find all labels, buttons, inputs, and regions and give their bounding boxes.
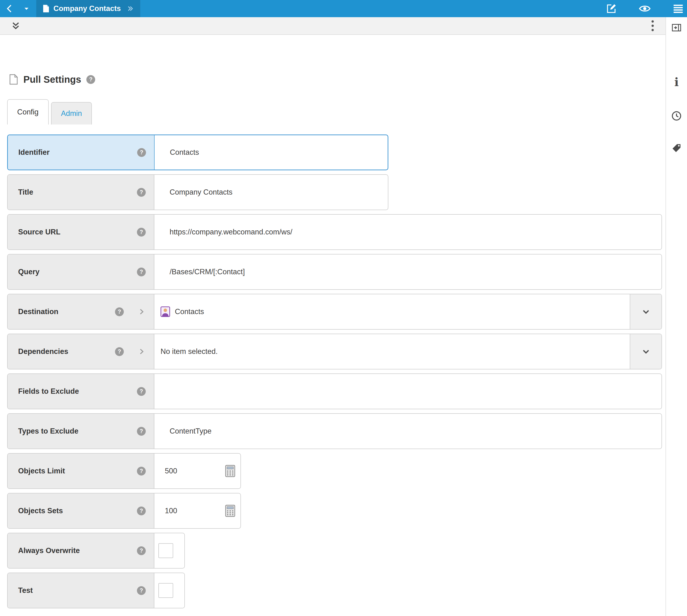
help-icon[interactable]: ?	[137, 427, 146, 436]
tag-icon[interactable]	[671, 143, 682, 153]
info-icon[interactable]: i	[674, 76, 679, 88]
objects-limit-input[interactable]: 500	[154, 454, 241, 488]
destination-label-cell: Destination ?	[8, 294, 154, 329]
source-url-label-cell: Source URL ?	[8, 215, 154, 249]
always-overwrite-checkbox[interactable]	[158, 543, 173, 558]
dependencies-label-cell: Dependencies ?	[8, 334, 154, 369]
top-bar: Company Contacts	[0, 0, 687, 17]
types-to-exclude-value: ContentType	[170, 427, 212, 436]
objects-sets-label-cell: Objects Sets ?	[8, 493, 154, 528]
fields-to-exclude-label: Fields to Exclude	[18, 387, 132, 396]
form-row-types-to-exclude: Types to Exclude ? ContentType	[7, 413, 662, 449]
title-label: Title	[18, 188, 132, 197]
page-header: Pull Settings ?	[9, 74, 666, 85]
dependencies-picker[interactable]: No item selected.	[154, 334, 630, 369]
form-row-test: Test ?	[7, 573, 185, 608]
source-url-input[interactable]: https://company.webcomand.com/ws/	[154, 215, 662, 249]
expand-reference-icon[interactable]	[137, 307, 146, 316]
help-icon[interactable]: ?	[137, 507, 146, 515]
always-overwrite-label: Always Overwrite	[18, 546, 132, 555]
topbar-actions	[606, 3, 687, 15]
calculator-icon[interactable]	[224, 504, 237, 517]
page-icon	[9, 74, 18, 85]
edit-icon[interactable]	[606, 3, 617, 14]
source-url-label: Source URL	[18, 228, 132, 236]
types-to-exclude-input[interactable]: ContentType	[154, 414, 662, 448]
form-row-dependencies: Dependencies ? No item selected.	[7, 334, 662, 369]
caret-down-icon	[23, 5, 30, 12]
help-icon[interactable]: ?	[86, 75, 95, 84]
history-dropdown-button[interactable]	[19, 0, 34, 17]
chevron-left-icon	[5, 4, 14, 13]
form-row-source-url: Source URL ? https://company.webcomand.c…	[7, 214, 662, 250]
dependencies-dropdown-button[interactable]	[630, 334, 662, 369]
more-options-icon[interactable]	[651, 20, 654, 31]
objects-sets-label: Objects Sets	[18, 507, 132, 515]
destination-value: Contacts	[175, 307, 204, 316]
page-title: Pull Settings	[23, 74, 81, 85]
collapse-all-icon[interactable]	[11, 21, 21, 30]
expand-reference-icon[interactable]	[137, 347, 146, 356]
test-label: Test	[18, 586, 132, 595]
title-label-cell: Title ?	[8, 175, 154, 210]
back-button[interactable]	[0, 0, 19, 17]
always-overwrite-label-cell: Always Overwrite ?	[8, 533, 154, 568]
types-to-exclude-label: Types to Exclude	[18, 427, 132, 436]
source-url-value: https://company.webcomand.com/ws/	[170, 228, 293, 236]
destination-picker[interactable]: Contacts	[154, 294, 630, 329]
help-icon[interactable]: ?	[137, 188, 146, 197]
tab-admin[interactable]: Admin	[51, 102, 92, 125]
form-row-fields-to-exclude: Fields to Exclude ?	[7, 373, 662, 409]
history-clock-icon[interactable]	[671, 111, 682, 121]
title-value: Company Contacts	[170, 188, 233, 197]
document-title: Company Contacts	[53, 4, 121, 13]
form-row-always-overwrite: Always Overwrite ?	[7, 533, 185, 569]
fields-to-exclude-label-cell: Fields to Exclude ?	[8, 374, 154, 409]
types-to-exclude-label-cell: Types to Exclude ?	[8, 414, 154, 448]
panel-toggle-icon[interactable]	[671, 22, 682, 33]
title-input[interactable]: Company Contacts	[154, 175, 388, 210]
identifier-input[interactable]: Contacts	[155, 135, 388, 170]
tab-bar: Config Admin	[7, 99, 666, 125]
help-icon[interactable]: ?	[137, 467, 146, 476]
help-icon[interactable]: ?	[137, 586, 146, 595]
chevron-down-icon	[641, 347, 651, 356]
help-icon[interactable]: ?	[115, 307, 124, 316]
chevrons-right-icon[interactable]	[126, 4, 134, 13]
identifier-value: Contacts	[170, 148, 199, 157]
destination-dropdown-button[interactable]	[630, 294, 662, 329]
document-icon	[42, 4, 50, 13]
help-icon[interactable]: ?	[137, 387, 146, 396]
form-row-identifier: Identifier ? Contacts	[7, 134, 388, 170]
chevron-down-icon	[641, 307, 651, 316]
test-input	[154, 573, 185, 608]
calculator-icon[interactable]	[224, 465, 237, 478]
identifier-label: Identifier	[18, 148, 132, 157]
contact-type-icon	[160, 306, 170, 317]
help-icon[interactable]: ?	[137, 228, 146, 237]
content-toolbar	[0, 17, 666, 35]
tab-config[interactable]: Config	[7, 99, 49, 125]
help-icon[interactable]: ?	[137, 546, 146, 555]
menu-icon[interactable]	[673, 3, 684, 14]
main-content: Pull Settings ? Config Admin Identifier …	[0, 35, 666, 616]
query-label: Query	[18, 268, 132, 276]
dependencies-label: Dependencies	[18, 347, 110, 356]
objects-sets-value: 100	[165, 507, 224, 515]
help-icon[interactable]: ?	[137, 268, 146, 277]
form-row-destination: Destination ? Contacts	[7, 294, 662, 330]
eye-icon[interactable]	[639, 3, 651, 15]
fields-to-exclude-input[interactable]	[154, 374, 662, 409]
test-checkbox[interactable]	[158, 583, 173, 598]
query-value: /Bases/CRM/[:Contact]	[170, 268, 245, 276]
help-icon[interactable]: ?	[115, 347, 124, 356]
breadcrumb[interactable]: Company Contacts	[36, 0, 140, 17]
objects-sets-input[interactable]: 100	[154, 493, 241, 528]
help-icon[interactable]: ?	[137, 148, 146, 157]
form-row-query: Query ? /Bases/CRM/[:Contact]	[7, 254, 662, 290]
query-label-cell: Query ?	[8, 255, 154, 289]
query-input[interactable]: /Bases/CRM/[:Contact]	[154, 255, 662, 289]
always-overwrite-input	[154, 533, 185, 568]
form-row-objects-limit: Objects Limit ? 500	[7, 453, 241, 489]
dependencies-value: No item selected.	[160, 347, 218, 356]
